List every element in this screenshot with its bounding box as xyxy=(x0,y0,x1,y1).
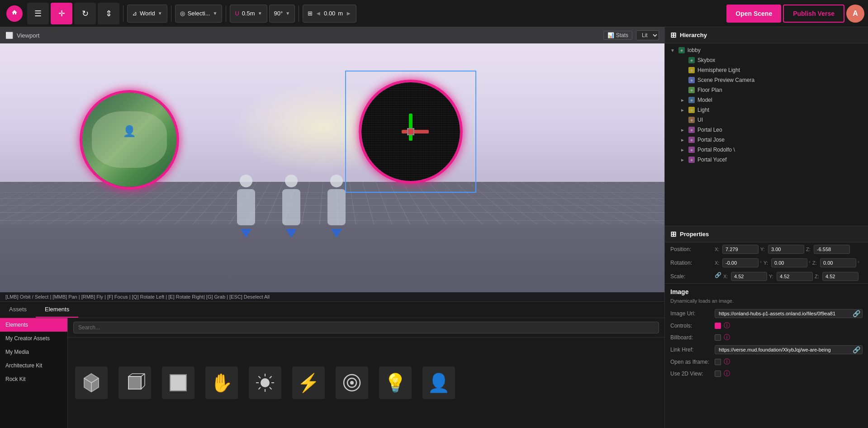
tree-item-skybox[interactable]: ◈ Skybox xyxy=(665,55,868,65)
controls-checkbox[interactable] xyxy=(715,323,721,329)
asset-icon-6: ⚡ xyxy=(292,366,325,399)
link-href-input[interactable] xyxy=(717,346,853,354)
tree-item-portal-jose[interactable]: ► ◈ Portal Jose xyxy=(665,135,868,145)
billboard-row: Billboard: ⓘ xyxy=(665,332,868,343)
snap-mode-dropdown[interactable]: ◎ Selecti... ▼ xyxy=(175,5,223,23)
use-2d-view-checkbox[interactable] xyxy=(715,371,721,377)
asset-item-7[interactable] xyxy=(336,366,368,399)
asset-item-5[interactable] xyxy=(249,366,281,399)
image-url-input[interactable] xyxy=(717,309,853,318)
hierarchy-icon: ⊞ xyxy=(670,31,676,39)
link-href-link-icon[interactable]: 🔗 xyxy=(853,346,860,353)
tree-label-portal-leo: Portal Leo xyxy=(697,127,722,133)
portal-right-selected[interactable] xyxy=(359,80,463,184)
expand-arrow-portal-jose[interactable]: ► xyxy=(680,138,686,143)
tree-item-model[interactable]: ► ◈ Model xyxy=(665,95,868,105)
expand-arrow-portal-rodolfo[interactable]: ► xyxy=(680,147,686,152)
transform-gizmo[interactable] xyxy=(393,114,429,150)
stats-button[interactable]: 📊 Stats xyxy=(603,31,632,40)
node-icon-skybox: ◈ xyxy=(688,57,695,63)
transform-x-arrow[interactable] xyxy=(402,130,429,133)
scale-x-field[interactable] xyxy=(731,272,767,281)
asset-item-8[interactable]: 💡 xyxy=(379,366,412,399)
transform-button[interactable]: U 0.5m ▼ xyxy=(230,5,267,23)
controls-info-icon[interactable]: ⓘ xyxy=(724,322,730,330)
rot-y-field[interactable] xyxy=(771,258,807,267)
user-avatar-button[interactable]: A xyxy=(846,5,864,23)
tree-item-portal-yucef[interactable]: ► ◈ Portal Yucef xyxy=(665,155,868,165)
open-as-iframe-checkbox[interactable] xyxy=(715,359,721,365)
asset-item-6[interactable]: ⚡ xyxy=(292,366,325,399)
sidebar-item-my-media[interactable]: My Media xyxy=(0,345,67,359)
assets-sidebar: Elements My Creator Assets My Media Arch… xyxy=(0,318,68,428)
open-scene-button[interactable]: Open Scene xyxy=(726,5,781,23)
sidebar-item-rock-kit[interactable]: Rock Kit xyxy=(0,372,67,386)
tree-item-floor-plan[interactable]: ◈ Floor Plan xyxy=(665,85,868,95)
lit-dropdown[interactable]: Lit xyxy=(636,30,659,40)
tree-label-ui: UI xyxy=(697,117,703,123)
divider-4 xyxy=(299,5,299,22)
use-2d-view-info-icon[interactable]: ⓘ xyxy=(724,370,730,378)
tree-item-portal-rodolfo[interactable]: ► ◈ Portal Rodolfo \ xyxy=(665,145,868,155)
tree-item-portal-leo[interactable]: ► ◈ Portal Leo xyxy=(665,125,868,135)
pos-x-field[interactable] xyxy=(722,245,759,254)
sidebar-item-my-creator[interactable]: My Creator Assets xyxy=(0,332,67,345)
viewport[interactable]: ⬜ Viewport 📊 Stats Lit xyxy=(0,27,664,301)
scale-lock-icon[interactable]: 🔗 xyxy=(715,272,721,281)
tree-item-ui[interactable]: ◈ UI xyxy=(665,115,868,125)
scale-z-field[interactable] xyxy=(822,272,859,281)
refresh-button[interactable]: ↻ xyxy=(74,3,96,24)
search-input[interactable] xyxy=(73,322,659,333)
sidebar-item-elements[interactable]: Elements xyxy=(0,318,67,332)
open-as-iframe-info-icon[interactable]: ⓘ xyxy=(724,358,730,366)
tree-item-lobby[interactable]: ▼ ◈ lobby xyxy=(665,45,868,55)
transform-icon: U xyxy=(235,10,239,17)
pos-z-field[interactable] xyxy=(814,245,850,254)
expand-arrow-light[interactable]: ► xyxy=(680,108,686,113)
billboard-info-icon[interactable]: ⓘ xyxy=(724,333,730,342)
expand-arrow-portal-leo[interactable]: ► xyxy=(680,128,686,133)
transform-y-arrow[interactable] xyxy=(409,114,413,141)
assets-header: Assets Elements xyxy=(0,302,664,318)
tab-assets[interactable]: Assets xyxy=(0,302,36,318)
properties-title: Properties xyxy=(680,231,709,238)
coordinate-system-dropdown[interactable]: ⊿ World ▼ xyxy=(127,5,167,23)
position-inputs: X: Y: Z: xyxy=(715,245,863,254)
asset-item-4[interactable]: ✋ xyxy=(205,366,238,399)
transform-scale-button[interactable]: ⇕ xyxy=(98,3,119,24)
asset-item-9[interactable]: 👤 xyxy=(422,366,455,399)
expand-arrow-model[interactable]: ► xyxy=(680,98,686,103)
image-url-input-wrapper: 🔗 xyxy=(715,309,863,318)
transform-center[interactable] xyxy=(407,128,414,135)
sidebar-item-architecture[interactable]: Architecture Kit xyxy=(0,359,67,372)
hamburger-menu-button[interactable]: ☰ xyxy=(27,3,49,24)
tree-item-scene-preview-camera[interactable]: ◈ Scene Preview Camera xyxy=(665,75,868,85)
tree-label-model: Model xyxy=(697,97,712,103)
portal-left[interactable]: 👤 xyxy=(80,90,179,190)
expand-arrow-portal-yucef[interactable]: ► xyxy=(680,157,686,162)
pos-y-field[interactable] xyxy=(768,245,804,254)
logo-button[interactable] xyxy=(4,3,25,24)
tab-elements[interactable]: Elements xyxy=(36,302,78,318)
image-url-link-icon[interactable]: 🔗 xyxy=(853,310,860,317)
angle-dropdown[interactable]: 90° ▼ xyxy=(269,5,295,23)
publish-verse-button[interactable]: Publish Verse xyxy=(783,5,844,23)
scale-y-field[interactable] xyxy=(777,272,813,281)
asset-item-3[interactable] xyxy=(162,366,194,399)
transform-move-button[interactable]: ✛ xyxy=(51,3,72,24)
hierarchy-tree[interactable]: ▼ ◈ lobby ◈ Skybox ◈ Hemisphere Light xyxy=(665,43,868,226)
rot-x-input: X: ° xyxy=(715,258,762,267)
asset-item-2[interactable] xyxy=(119,366,151,399)
tree-item-hemisphere-light[interactable]: ◈ Hemisphere Light xyxy=(665,65,868,75)
billboard-checkbox[interactable] xyxy=(715,334,721,341)
viewport-status-bar: [LMB] Orbit / Select | [MMB] Pan | [RMB]… xyxy=(0,292,664,301)
viewport-scene[interactable]: 👤 xyxy=(0,43,664,301)
image-component-title: Image xyxy=(665,283,868,297)
asset-item-1[interactable] xyxy=(75,366,108,399)
tree-item-light[interactable]: ► ◈ Light xyxy=(665,105,868,115)
rot-z-field[interactable] xyxy=(820,258,856,267)
grid-dropdown[interactable]: ⊞ ◄ 0.00 m ► xyxy=(303,5,356,23)
open-as-iframe-wrapper: ⓘ xyxy=(715,358,730,366)
rot-x-field[interactable] xyxy=(722,258,759,267)
expand-arrow-lobby[interactable]: ▼ xyxy=(670,48,676,53)
